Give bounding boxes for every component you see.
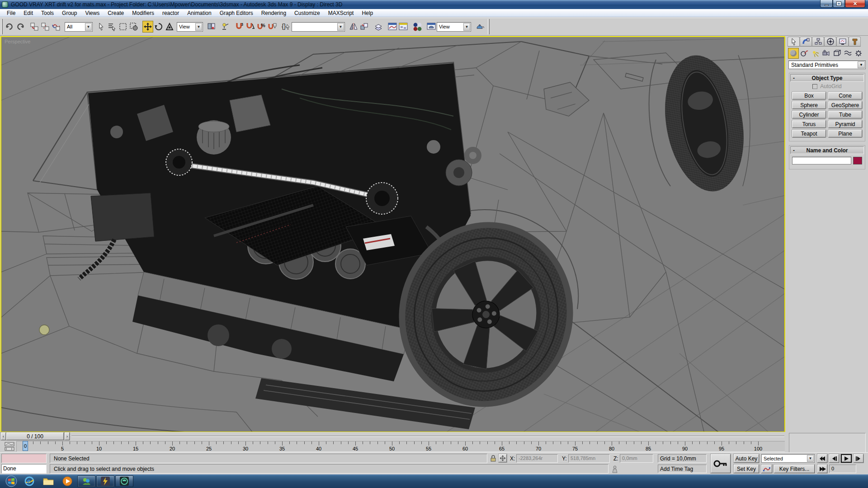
menu-file[interactable]: File — [3, 9, 19, 17]
menu-modifiers[interactable]: Modifiers — [128, 9, 158, 17]
render-setup-icon[interactable] — [426, 21, 437, 33]
menu-reactor[interactable]: reactor — [158, 9, 183, 17]
next-frame-button[interactable] — [854, 454, 863, 463]
menu-group[interactable]: Group — [58, 9, 81, 17]
taskbar-winamp-icon[interactable] — [96, 475, 114, 487]
autogrid-checkbox[interactable] — [812, 84, 817, 89]
reference-coordinate-dropdown[interactable]: View▼ — [177, 22, 203, 32]
object-type-header[interactable]: -Object Type — [790, 74, 864, 82]
prev-frame-button[interactable] — [829, 454, 839, 463]
menu-create[interactable]: Create — [104, 9, 128, 17]
minimize-button[interactable] — [820, 0, 833, 8]
align-icon[interactable] — [359, 21, 370, 33]
maxscript-mini-listener[interactable] — [1, 454, 47, 463]
menu-views[interactable]: Views — [81, 9, 104, 17]
use-pivot-center-icon[interactable] — [206, 21, 217, 33]
tab-create[interactable] — [788, 37, 800, 47]
objtype-teapot-button[interactable]: Teapot — [792, 130, 826, 137]
menu-help[interactable]: Help — [358, 9, 377, 17]
current-frame-field[interactable]: 0 — [829, 465, 856, 473]
menu-customize[interactable]: Customize — [290, 9, 324, 17]
objtype-pyramid-button[interactable]: Pyramid — [828, 120, 862, 128]
objtype-sphere-button[interactable]: Sphere — [792, 101, 826, 109]
select-manipulate-icon[interactable] — [220, 21, 231, 33]
tab-motion[interactable] — [824, 37, 836, 47]
bind-spacewarp-icon[interactable] — [51, 21, 61, 33]
select-move-icon[interactable] — [142, 21, 153, 33]
maxscript-result[interactable]: Done — [1, 464, 47, 474]
shapes-icon[interactable] — [799, 48, 810, 59]
material-editor-icon[interactable] — [412, 21, 423, 33]
frame-back-button[interactable]: ‹ — [1, 432, 6, 440]
track-bar-ruler[interactable]: 0510152025303540455055606570758085909510… — [16, 441, 785, 452]
go-start-button[interactable] — [817, 454, 827, 463]
quick-render-icon[interactable] — [474, 21, 485, 33]
undo-icon[interactable] — [4, 21, 15, 33]
selection-lock-icon[interactable] — [490, 455, 496, 462]
mini-curve-editor-icon[interactable] — [5, 442, 14, 451]
perspective-viewport[interactable]: Perspective — [0, 36, 785, 432]
absolute-mode-icon[interactable] — [499, 454, 507, 462]
menu-animation[interactable]: Animation — [183, 9, 215, 17]
objtype-tube-button[interactable]: Tube — [828, 111, 862, 118]
object-color-swatch[interactable] — [853, 157, 862, 164]
close-button[interactable]: ✕ — [845, 0, 865, 8]
systems-icon[interactable] — [853, 48, 864, 59]
current-frame-marker[interactable]: 0 — [23, 441, 28, 451]
spacewarps-icon[interactable] — [842, 48, 853, 59]
snap-toggle-3d-icon[interactable]: 3 — [234, 21, 245, 33]
x-field[interactable]: -2283,264r — [516, 454, 558, 463]
play-button[interactable] — [841, 454, 852, 463]
auto-key-button[interactable]: Auto Key — [734, 454, 759, 463]
named-selection-sets-icon[interactable]: {} — [281, 21, 292, 33]
percent-snap-icon[interactable]: % — [256, 21, 267, 33]
menu-tools[interactable]: Tools — [37, 9, 58, 17]
named-selection-dropdown[interactable]: ▼ — [292, 22, 345, 32]
primitive-category-dropdown[interactable]: Standard Primitives▼ — [788, 61, 866, 69]
select-object-icon[interactable] — [96, 21, 107, 33]
helpers-icon[interactable] — [831, 48, 842, 59]
select-link-icon[interactable] — [29, 21, 40, 33]
redo-icon[interactable] — [15, 21, 26, 33]
key-mode-dropdown[interactable]: Selected▼ — [761, 454, 815, 463]
go-end-button[interactable] — [817, 465, 827, 473]
objtype-torus-button[interactable]: Torus — [792, 120, 826, 128]
menu-edit[interactable]: Edit — [19, 9, 37, 17]
tab-hierarchy[interactable] — [812, 37, 824, 47]
objtype-cylinder-button[interactable]: Cylinder — [792, 111, 826, 118]
objtype-geosphere-button[interactable]: GeoSphere — [828, 101, 862, 109]
objtype-cone-button[interactable]: Cone — [828, 92, 862, 99]
taskbar-wmp-icon[interactable] — [58, 475, 76, 487]
frame-forward-button[interactable]: › — [65, 432, 70, 440]
lights-icon[interactable] — [810, 48, 821, 59]
select-by-name-icon[interactable] — [107, 21, 118, 33]
menu-maxscript[interactable]: MAXScript — [324, 9, 358, 17]
select-scale-icon[interactable] — [164, 21, 175, 33]
key-filters-button[interactable]: Key Filters... — [774, 465, 815, 473]
time-slider-handle[interactable]: 0 / 100 — [6, 432, 64, 440]
render-type-dropdown[interactable]: View▼ — [437, 22, 471, 32]
toolbar-grip[interactable] — [1, 19, 3, 34]
mirror-icon[interactable] — [348, 21, 359, 33]
tab-utilities[interactable] — [849, 37, 861, 47]
set-keys-button[interactable] — [711, 454, 731, 473]
objtype-plane-button[interactable]: Plane — [828, 130, 862, 137]
menu-graph-editors[interactable]: Graph Editors — [216, 9, 257, 17]
y-field[interactable]: 518,785mn — [568, 454, 610, 463]
selection-filter-dropdown[interactable]: All▼ — [65, 22, 93, 32]
taskbar-messenger-icon[interactable] — [77, 475, 95, 487]
time-slider-channel[interactable] — [71, 436, 784, 437]
cameras-icon[interactable] — [821, 48, 831, 59]
object-name-field[interactable] — [792, 157, 851, 164]
tab-display[interactable] — [836, 37, 849, 47]
menu-rendering[interactable]: Rendering — [257, 9, 290, 17]
geometry-icon[interactable] — [788, 48, 799, 59]
add-time-tag[interactable]: Add Time Tag — [658, 465, 707, 473]
layer-manager-icon[interactable] — [373, 21, 384, 33]
taskbar-explorer-icon[interactable] — [39, 475, 57, 487]
name-color-header[interactable]: -Name and Color — [790, 146, 864, 154]
curve-editor-icon[interactable] — [387, 21, 398, 33]
window-crossing-icon[interactable] — [128, 21, 139, 33]
schematic-view-icon[interactable] — [398, 21, 409, 33]
unlink-icon[interactable] — [40, 21, 51, 33]
